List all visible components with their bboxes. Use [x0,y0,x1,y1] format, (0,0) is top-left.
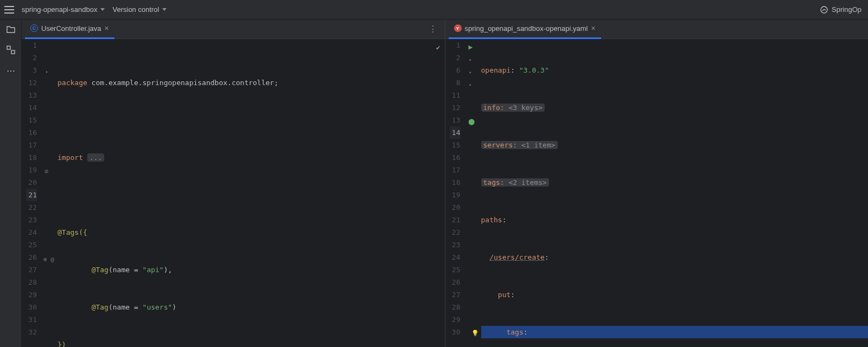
inlay-icon[interactable]: ⊕ @ [43,253,54,266]
structure-tool-icon[interactable] [5,44,16,55]
left-gutter-icons: ▸ ⊘ ⊕ @ [43,39,54,347]
right-tabbar: Y spring_openapi_sandbox-openapi.yaml × [445,20,869,39]
project-name: spring-openapi-sandbox [22,5,97,14]
fold-icon[interactable]: ▸ [469,54,472,66]
run-config[interactable]: SpringOp [820,5,861,14]
left-code-area[interactable]: 1 2 3 12 13 14 15 16 17 18 19 20 21 22 2… [22,39,445,347]
right-code[interactable]: openapi: "3.0.3" info: <3 keys> servers:… [478,39,869,347]
right-gutter: 1 2 6 8 11 12 13 14 15 16 17 18 19 20 21… [445,39,467,347]
spring-icon [820,5,828,14]
chevron-down-icon [100,8,105,11]
inspection-icon[interactable]: ⊘ [44,165,48,178]
endpoint-icon[interactable]: ⬤ [468,115,475,128]
run-gutter-icon[interactable]: ▶ [469,41,473,53]
left-editor-pane: C UserController.java × ⋮ 1 2 3 12 13 14… [22,20,445,347]
run-config-label: SpringOp [832,5,861,14]
more-tool-icon[interactable]: ⋯ [5,65,16,76]
tab-usercontroller[interactable]: C UserController.java × [25,20,114,39]
left-code[interactable]: ✔ package com.example.springopenapisandb… [54,39,445,347]
editor-split: C UserController.java × ⋮ 1 2 3 12 13 14… [22,20,868,347]
svg-rect-2 [11,50,15,54]
tab-overflow-icon[interactable]: ⋮ [425,24,442,34]
chevron-down-icon [162,8,167,11]
left-tabbar: C UserController.java × ⋮ [22,20,445,39]
fold-icon[interactable]: ▸ [469,66,472,79]
vcs-label: Version control [112,5,159,14]
intention-bulb-icon[interactable]: 💡 [471,327,479,339]
left-gutter: 1 2 3 12 13 14 15 16 17 18 19 20 21 22 2… [22,39,43,347]
main-area: ⋯ C UserController.java × ⋮ 1 2 3 12 13 [0,20,868,347]
yaml-file-icon: Y [454,24,462,32]
right-editor-pane: Y spring_openapi_sandbox-openapi.yaml × … [445,20,869,347]
left-toolbar: ⋯ [0,20,22,347]
fold-icon[interactable]: ▸ [469,79,472,91]
close-tab-icon[interactable]: × [591,24,595,33]
tab-openapi-yaml[interactable]: Y spring_openapi_sandbox-openapi.yaml × [449,20,601,39]
vcs-menu[interactable]: Version control [112,5,167,14]
project-selector[interactable]: spring-openapi-sandbox [22,5,105,14]
java-class-icon: C [30,24,38,32]
tab-label: spring_openapi_sandbox-openapi.yaml [465,24,588,33]
tab-label: UserController.java [41,24,101,33]
fold-icon[interactable]: ▸ [46,66,48,78]
main-menu-icon[interactable] [4,6,14,14]
inspection-ok-icon[interactable]: ✔ [436,41,441,54]
right-gutter-icons: ▶ ▸ ▸ ▸ ⬤ [467,39,478,347]
right-code-area[interactable]: 1 2 6 8 11 12 13 14 15 16 17 18 19 20 21… [445,39,869,347]
titlebar: spring-openapi-sandbox Version control S… [0,0,868,20]
project-tool-icon[interactable] [5,24,16,35]
svg-rect-1 [7,46,10,49]
close-tab-icon[interactable]: × [105,24,109,33]
